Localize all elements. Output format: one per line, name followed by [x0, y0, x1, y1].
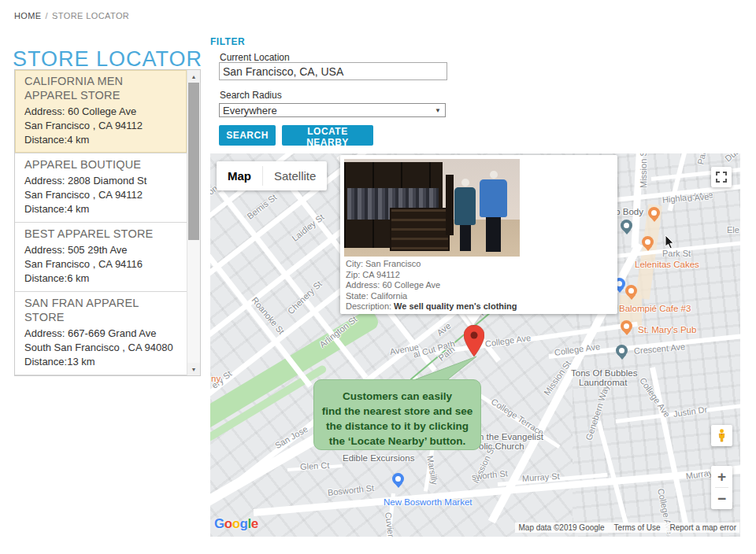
- annotation-tooltip: Customers can easily find the nearest st…: [313, 379, 481, 450]
- scroll-down-icon[interactable]: ▼: [187, 363, 200, 375]
- scrollbar-thumb[interactable]: [188, 83, 199, 240]
- scroll-up-icon[interactable]: ▲: [187, 70, 200, 83]
- fullscreen-button[interactable]: [711, 167, 732, 187]
- fullscreen-icon: [716, 172, 727, 183]
- store-detail-line: Distance:13 km: [24, 355, 177, 369]
- map-attribution: Map data ©2019 Google Terms of Use Repor…: [515, 523, 739, 533]
- info-window-tail: [465, 313, 482, 325]
- store-photo-mannequin: [480, 171, 508, 253]
- map-pin-generic-icon[interactable]: [621, 220, 632, 231]
- zoom-in-button[interactable]: +: [711, 466, 732, 487]
- map-street-label: Mission St: [639, 153, 648, 188]
- report-map-error-link[interactable]: Report a map error: [670, 523, 736, 532]
- store-list-scrollbar[interactable]: ▲ ▼: [187, 70, 200, 375]
- google-logo[interactable]: Google: [214, 516, 258, 532]
- store-info-window: City:San Francisco Zip:CA 94112 Address:…: [340, 155, 617, 314]
- map-pin-cart-icon[interactable]: [392, 473, 404, 485]
- info-value: San Francisco: [365, 259, 421, 268]
- filter-title: FILTER: [210, 36, 245, 47]
- store-detail-line: Address: 505 29th Ave: [24, 243, 177, 257]
- store-list-item[interactable]: CALIFORNIA MEN APPAREL STOREAddress: 60 …: [15, 70, 187, 153]
- dropdown-arrow-icon: ▼: [435, 107, 441, 114]
- map-zoom-control: + −: [711, 466, 732, 509]
- mouse-cursor-icon: [665, 235, 675, 253]
- map-street-label: Glen Ct: [300, 460, 330, 471]
- zoom-out-button[interactable]: −: [711, 488, 732, 509]
- breadcrumb-separator: /: [46, 11, 48, 20]
- pegman-button[interactable]: [711, 425, 732, 446]
- tooltip-line: find the nearest store and see: [314, 404, 480, 419]
- terms-of-use-link[interactable]: Terms of Use: [614, 523, 661, 532]
- breadcrumb-home-link[interactable]: HOME: [14, 11, 42, 20]
- map-poi-label: Tons Of Bubbles: [571, 368, 637, 378]
- locate-nearby-button[interactable]: LOCATE NEARBY: [282, 125, 373, 146]
- pegman-icon: [714, 428, 729, 443]
- breadcrumb: HOME/STORE LOCATOR: [14, 11, 129, 20]
- store-detail-line: Distance:4 km: [24, 133, 177, 147]
- store-list-item[interactable]: APPAREL BOUTIQUEAddress: 2808 Diamond St…: [15, 153, 187, 222]
- tooltip-line: the ‘Locate Nearby’ button.: [314, 434, 480, 449]
- google-logo-letter: e: [251, 516, 258, 531]
- map-pin-pub-icon[interactable]: [621, 320, 632, 332]
- map-poi-label: Balompié Cafe #3: [619, 304, 691, 313]
- store-detail-line: South San Francisco , CA 94080: [24, 341, 177, 355]
- info-value: 60 College Ave: [382, 280, 440, 290]
- store-photo-accessory-rack: [446, 175, 454, 235]
- store-list-item[interactable]: SAN FRAN APPAREL STOREAddress: 667-669 G…: [15, 291, 187, 375]
- info-label: Zip:: [346, 270, 360, 279]
- map-poi-label: ny: [211, 374, 220, 383]
- search-radius-value: Everywhere: [223, 105, 277, 116]
- store-photo: [344, 159, 520, 257]
- map-poi-label: n the Evangelist: [479, 432, 543, 441]
- store-detail-line: San Francisco , CA 94112: [24, 188, 177, 202]
- info-label: Description:: [346, 301, 391, 311]
- store-detail-line: Address: 60 College Ave: [24, 105, 177, 119]
- google-logo-letter: o: [232, 516, 240, 531]
- store-detail-line: San Francisco , CA 94112: [24, 119, 177, 133]
- map-street-label: d Ave: [687, 192, 709, 203]
- store-list-item[interactable]: BEST APPAREL STOREAddress: 505 29th AveS…: [15, 222, 187, 291]
- info-window-text: City:San Francisco Zip:CA 94112 Address:…: [346, 259, 517, 312]
- info-value: California: [371, 291, 407, 301]
- search-radius-select[interactable]: Everywhere ▼: [219, 103, 446, 117]
- map-type-control: Map Satellite: [217, 161, 327, 190]
- map-poi-label: Edible Excursions: [343, 453, 414, 463]
- store-locator-page: HOME/STORE LOCATOR STORE LOCATOR CALIFOR…: [0, 0, 756, 554]
- info-label: City:: [346, 259, 363, 268]
- store-photo-rack: [390, 208, 450, 251]
- store-detail-line: Address: 667-669 Grand Ave: [24, 327, 177, 341]
- map-pin-food-icon[interactable]: [648, 207, 660, 219]
- map-pin-food-icon[interactable]: [625, 285, 637, 297]
- scrollbar-track[interactable]: [187, 83, 200, 363]
- store-detail-line: Address: 2808 Diamond St: [24, 174, 177, 188]
- google-logo-letter: g: [240, 516, 248, 531]
- info-value: CA 94112: [362, 270, 400, 279]
- store-list-items: CALIFORNIA MEN APPAREL STOREAddress: 60 …: [15, 70, 187, 375]
- store-name: CALIFORNIA MEN APPAREL STORE: [24, 74, 177, 102]
- store-name: BEST APPAREL STORE: [24, 227, 177, 241]
- tooltip-line: Customers can easily: [314, 389, 480, 404]
- store-photo-mannequin: [454, 179, 476, 251]
- current-location-label: Current Location: [220, 52, 290, 63]
- store-name: APPAREL BOUTIQUE: [24, 157, 177, 172]
- map-poi-label: Laundromat: [579, 378, 627, 387]
- page-title: STORE LOCATOR: [13, 47, 202, 72]
- map-poi-label: Lelenitas Cakes: [635, 260, 699, 269]
- map-poi-label: New Bosworth Market: [384, 497, 472, 507]
- current-location-input[interactable]: [219, 62, 447, 80]
- info-value: We sell quality men's clothing: [394, 301, 517, 311]
- store-list-item[interactable]: GEORGIA STOREAddress:: [15, 375, 187, 375]
- store-detail-line: Distance:6 km: [24, 271, 177, 286]
- map-type-map-button[interactable]: Map: [217, 161, 262, 190]
- tooltip-line: the distance to it by clicking: [314, 419, 480, 434]
- map-pin-laundry-icon[interactable]: [616, 345, 628, 356]
- map-type-satellite-button[interactable]: Satellite: [263, 161, 327, 190]
- google-logo-letter: G: [214, 516, 224, 531]
- store-name: SAN FRAN APPAREL STORE: [24, 296, 177, 324]
- map-data-credit: Map data ©2019 Google: [518, 523, 604, 532]
- map-pin-food-icon[interactable]: [642, 236, 654, 248]
- search-button[interactable]: SEARCH: [219, 125, 276, 146]
- map-canvas[interactable]: on StBemis StLaidley StRoanoke StChenery…: [210, 153, 740, 537]
- store-detail-line: Distance:4 km: [24, 202, 177, 216]
- search-radius-label: Search Radius: [220, 90, 282, 101]
